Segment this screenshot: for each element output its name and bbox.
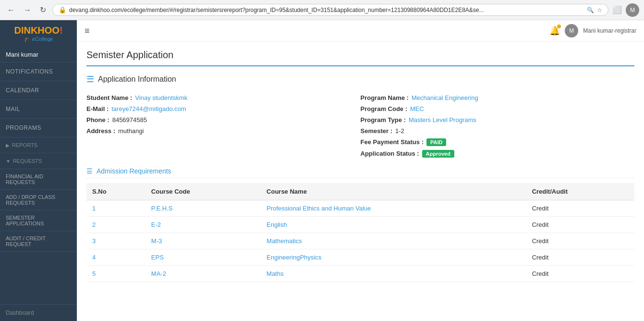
app-info-title: Application Information <box>98 75 176 84</box>
program-code-label: Program Code : <box>361 105 408 112</box>
admission-req-title: Admission Requirements <box>97 167 171 175</box>
phone-row: Phone : 8456974585 <box>86 116 361 123</box>
chevron-down-icon: ▼ <box>6 159 11 164</box>
email-label: E-Mail : <box>86 105 109 112</box>
list-icon: ☰ <box>86 74 94 85</box>
col-code: Course Code <box>146 183 261 200</box>
col-name: Course Name <box>261 183 526 200</box>
logo-text: DINKHOO! <box>5 25 72 36</box>
cell-code: M-3 <box>146 233 261 249</box>
browser-user-avatar[interactable]: M <box>626 3 639 17</box>
cell-name: Maths <box>261 266 526 282</box>
notification-dot <box>557 25 561 28</box>
cell-name: Professional Ethics and Human Value <box>261 200 526 217</box>
fee-payment-label: Fee Payment Status : <box>361 138 424 146</box>
notification-bell[interactable]: 🔔 <box>549 25 560 36</box>
refresh-button[interactable]: ↻ <box>37 4 49 15</box>
semester-label: Semester : <box>361 127 392 135</box>
browser-chrome: ← → ↻ 🔒 devang.dinkhoo.com/ecollege/memb… <box>0 0 644 20</box>
page-title: Semister Application <box>86 49 634 66</box>
phone-value: 8456974585 <box>112 116 147 123</box>
cell-sno: 3 <box>86 233 146 249</box>
sidebar-item-notifications[interactable]: NOTIFICATIONS <box>0 62 77 81</box>
table-body: 1P.E.H.SProfessional Ethics and Human Va… <box>86 200 634 282</box>
cell-type: Credit <box>526 266 634 282</box>
user-avatar: M <box>565 24 578 37</box>
sidebar-item-semester-apps[interactable]: SEMESTER APPLICATIONS <box>0 210 77 231</box>
fee-payment-badge: PAID <box>426 138 446 146</box>
program-code-row: Program Code : MEC <box>361 105 635 112</box>
app-status-badge: Approved <box>422 150 454 158</box>
sidebar-requests-header[interactable]: ▼ REQUESTS <box>0 153 77 169</box>
program-type-label: Program Type : <box>361 116 406 123</box>
sidebar-item-programs[interactable]: PROGRAMS <box>0 119 77 137</box>
sidebar-item-audit-credit[interactable]: AUDIT / CREDIT REQUEST <box>0 231 77 252</box>
program-name-row: Program Name : Mechanical Engineering <box>361 94 635 101</box>
admission-requirements-section: ☰ Admission Requirements S.No Course Cod… <box>86 167 634 282</box>
student-name-value: Vinay studentskmk <box>135 94 187 101</box>
top-bar: ≡ 🔔 M Mani kumar-registrar <box>77 20 644 42</box>
sidebar-item-add-drop[interactable]: ADD / DROP CLASS REQUESTS <box>0 190 77 210</box>
hamburger-icon[interactable]: ≡ <box>85 26 90 36</box>
main-content: Semister Application ☰ Application Infor… <box>77 42 644 321</box>
cell-type: Credit <box>526 217 634 233</box>
cell-sno: 2 <box>86 217 146 233</box>
forward-button[interactable]: → <box>21 5 34 15</box>
app-info-grid: Student Name : Vinay studentskmk E-Mail … <box>86 94 634 158</box>
extensions-icon[interactable]: ⬜ <box>612 5 622 14</box>
admission-req-header: ☰ Admission Requirements <box>86 167 634 178</box>
sidebar-item-calendar[interactable]: CALENDAR <box>0 81 77 100</box>
sidebar-username: Mani kumar <box>0 47 77 62</box>
cell-code: EPS <box>146 249 261 266</box>
sidebar-item-mail[interactable]: MAIL <box>0 100 77 119</box>
app-status-label: Application Status : <box>361 150 419 157</box>
semester-value: 1-2 <box>395 127 404 135</box>
address-label: Address : <box>86 127 115 135</box>
sidebar-logo: DINKHOO! 🎓eCollege <box>0 20 77 47</box>
email-value: tareye7244@mitigado.com <box>111 105 186 112</box>
cell-type: Credit <box>526 233 634 249</box>
user-label[interactable]: Mani kumar-registrar <box>583 27 636 34</box>
browser-actions: ⬜ M <box>612 3 639 17</box>
cell-code: MA-2 <box>146 266 261 282</box>
col-type: Credit/Audit <box>526 183 634 200</box>
sidebar-item-financial-aid[interactable]: FINANCIAL AID REQUESTS <box>0 169 77 190</box>
cell-sno: 5 <box>86 266 146 282</box>
info-col-right: Program Name : Mechanical Engineering Pr… <box>361 94 635 158</box>
sidebar-requests-label: REQUESTS <box>13 158 42 164</box>
table-row: 4EPSEngineeringPhysicsCredit <box>86 249 634 266</box>
sidebar-reports-header[interactable]: ▶ REPORTS <box>0 137 77 153</box>
address-value: muthangi <box>118 127 144 135</box>
address-row: Address : muthangi <box>86 127 361 135</box>
hat-icon: 🎓 <box>24 36 31 42</box>
phone-label: Phone : <box>86 116 109 123</box>
table-header-row: S.No Course Code Course Name Credit/Audi… <box>86 183 634 200</box>
sidebar-reports-label: REPORTS <box>12 142 37 148</box>
app-status-row: Application Status : Approved <box>361 150 635 158</box>
cell-sno: 1 <box>86 200 146 217</box>
chevron-right-icon: ▶ <box>6 143 10 148</box>
url-bar[interactable]: 🔒 devang.dinkhoo.com/ecollege/member/#/r… <box>52 4 608 16</box>
courses-table: S.No Course Code Course Name Credit/Audi… <box>86 183 634 282</box>
logo-exclaim: ! <box>60 25 63 36</box>
student-name-row: Student Name : Vinay studentskmk <box>86 94 361 101</box>
url-text: devang.dinkhoo.com/ecollege/member/#/reg… <box>69 7 584 13</box>
email-row: E-Mail : tareye7244@mitigado.com <box>86 105 361 112</box>
program-name-value: Mechanical Engineering <box>412 94 478 101</box>
semester-row: Semester : 1-2 <box>361 127 635 135</box>
table-head: S.No Course Code Course Name Credit/Audi… <box>86 183 634 200</box>
col-sno: S.No <box>86 183 146 200</box>
program-name-label: Program Name : <box>361 94 409 101</box>
table-row: 2E-2EnglishCredit <box>86 217 634 233</box>
logo-dinkhoo: DINKHOO <box>14 25 59 36</box>
cell-code: E-2 <box>146 217 261 233</box>
search-icon: 🔍 <box>587 7 594 13</box>
cell-type: Credit <box>526 200 634 217</box>
cell-code: P.E.H.S <box>146 200 261 217</box>
table-row: 5MA-2MathsCredit <box>86 266 634 282</box>
cell-type: Credit <box>526 249 634 266</box>
back-button[interactable]: ← <box>5 5 17 15</box>
table-icon: ☰ <box>86 167 93 175</box>
sidebar-dashboard[interactable]: Dashboard <box>0 304 77 321</box>
sidebar: DINKHOO! 🎓eCollege Mani kumar NOTIFICATI… <box>0 20 77 321</box>
